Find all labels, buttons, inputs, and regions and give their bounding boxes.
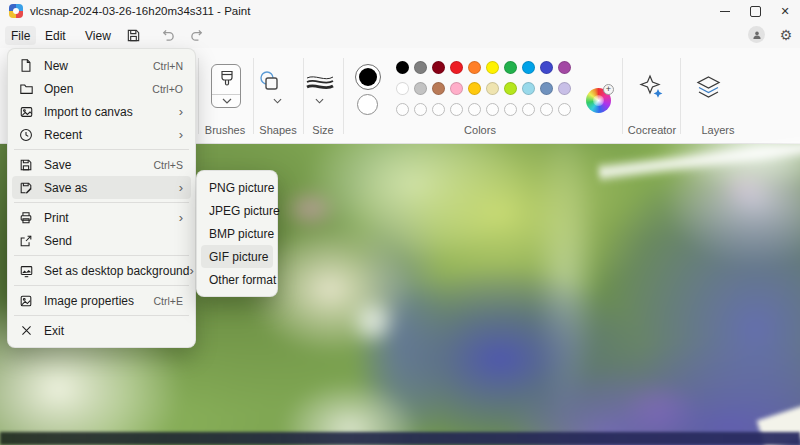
- open-folder-icon: [18, 81, 34, 97]
- close-button[interactable]: ✕: [770, 0, 800, 23]
- color-swatch[interactable]: [450, 61, 463, 74]
- chevron-right-icon: ›: [179, 105, 183, 118]
- menubar: File Edit View ⚙: [0, 23, 800, 48]
- menu-separator: [14, 255, 189, 256]
- share-icon: [18, 233, 34, 249]
- submenu-item-bmp[interactable]: BMP picture: [201, 222, 273, 245]
- toolbar-separator: [680, 58, 681, 134]
- import-to-canvas-icon: [18, 104, 34, 120]
- menu-separator: [14, 202, 189, 203]
- layers-label: Layers: [673, 124, 763, 136]
- toolbar-separator: [303, 58, 304, 134]
- menu-item-image-properties[interactable]: Image properties Ctrl+E: [12, 289, 191, 312]
- color-swatch[interactable]: [504, 61, 517, 74]
- color-swatch[interactable]: [540, 82, 553, 95]
- color-swatch[interactable]: [432, 82, 445, 95]
- save-as-icon: [18, 180, 34, 196]
- paint-app-icon: [9, 4, 23, 18]
- empty-color-slot[interactable]: [468, 103, 481, 116]
- desktop-background-icon: [18, 263, 34, 279]
- color-swatch[interactable]: [414, 82, 427, 95]
- photo-dark-edge: [0, 432, 800, 445]
- plus-icon: +: [603, 84, 614, 95]
- color-swatch[interactable]: [450, 82, 463, 95]
- color-palette: [396, 61, 571, 116]
- color-swatch[interactable]: [414, 61, 427, 74]
- save-as-submenu: PNG picture JPEG picture BMP picture GIF…: [196, 170, 278, 297]
- titlebar: vlcsnap-2024-03-26-16h20m34s311 - Paint …: [0, 0, 800, 23]
- toolbar-separator: [198, 58, 199, 134]
- palette-row-2: [396, 82, 571, 95]
- empty-color-slot[interactable]: [396, 103, 409, 116]
- chevron-right-icon: ›: [189, 264, 193, 277]
- color-swatch[interactable]: [558, 61, 571, 74]
- layers-button[interactable]: [695, 74, 722, 101]
- menu-item-send[interactable]: Send: [12, 229, 191, 252]
- color1-selected[interactable]: [355, 64, 381, 90]
- save-icon: [18, 157, 34, 173]
- toolbar-separator: [343, 58, 344, 134]
- menu-item-exit[interactable]: Exit: [12, 319, 191, 342]
- empty-color-slot[interactable]: [522, 103, 535, 116]
- menu-item-import-to-canvas[interactable]: Import to canvas ›: [12, 100, 191, 123]
- color-swatch[interactable]: [540, 61, 553, 74]
- save-icon[interactable]: [122, 25, 144, 45]
- redo-icon: [186, 25, 208, 45]
- empty-color-slot[interactable]: [450, 103, 463, 116]
- empty-color-slot[interactable]: [414, 103, 427, 116]
- clock-icon: [18, 127, 34, 143]
- color-swatch[interactable]: [522, 82, 535, 95]
- menu-item-print[interactable]: Print ›: [12, 206, 191, 229]
- minimize-button[interactable]: [710, 0, 740, 23]
- settings-gear-icon[interactable]: ⚙: [777, 26, 795, 44]
- menu-item-new[interactable]: New Ctrl+N: [12, 54, 191, 77]
- color-swatch[interactable]: [486, 82, 499, 95]
- menu-file[interactable]: File: [5, 26, 36, 45]
- submenu-item-gif[interactable]: GIF picture: [201, 245, 273, 268]
- color-swatch[interactable]: [468, 82, 481, 95]
- chevron-right-icon: ›: [179, 128, 183, 141]
- shapes-button[interactable]: [257, 70, 283, 94]
- menu-item-recent[interactable]: Recent ›: [12, 123, 191, 146]
- cocreator-button[interactable]: [639, 74, 665, 100]
- empty-color-slot[interactable]: [432, 103, 445, 116]
- menu-item-set-as-desktop-background[interactable]: Set as desktop background ›: [12, 259, 191, 282]
- menu-separator: [14, 285, 189, 286]
- empty-color-slot[interactable]: [540, 103, 553, 116]
- chevron-down-icon[interactable]: [273, 98, 282, 104]
- edit-colors-button[interactable]: +: [586, 88, 611, 113]
- undo-icon: [156, 25, 178, 45]
- color-swatch[interactable]: [468, 61, 481, 74]
- chevron-right-icon: ›: [179, 211, 183, 224]
- color-swatch[interactable]: [504, 82, 517, 95]
- maximize-button[interactable]: [740, 0, 770, 23]
- submenu-item-other-format[interactable]: Other format: [201, 268, 273, 291]
- menu-edit[interactable]: Edit: [39, 26, 72, 45]
- colors-label: Colors: [435, 124, 525, 136]
- account-avatar-icon[interactable]: [748, 26, 765, 43]
- chevron-right-icon: ›: [179, 181, 183, 194]
- menu-item-open[interactable]: Open Ctrl+O: [12, 77, 191, 100]
- size-button[interactable]: [305, 74, 335, 92]
- empty-color-slot[interactable]: [504, 103, 517, 116]
- toolbar-separator: [253, 58, 254, 134]
- brushes-button[interactable]: [211, 64, 241, 108]
- menu-item-save-as[interactable]: Save as ›: [12, 176, 191, 199]
- color-swatch[interactable]: [486, 61, 499, 74]
- menu-separator: [14, 149, 189, 150]
- color-swatch[interactable]: [558, 82, 571, 95]
- menu-item-save[interactable]: Save Ctrl+S: [12, 153, 191, 176]
- submenu-item-jpeg[interactable]: JPEG picture: [201, 199, 273, 222]
- color2[interactable]: [357, 94, 378, 115]
- empty-color-slot[interactable]: [558, 103, 571, 116]
- color-swatch[interactable]: [396, 61, 409, 74]
- empty-color-slot[interactable]: [486, 103, 499, 116]
- menu-view[interactable]: View: [79, 26, 117, 45]
- color-swatch[interactable]: [396, 82, 409, 95]
- chevron-down-icon[interactable]: [315, 98, 324, 104]
- image-properties-icon: [18, 293, 34, 309]
- color-swatch[interactable]: [522, 61, 535, 74]
- window-title: vlcsnap-2024-03-26-16h20m34s311 - Paint: [30, 5, 250, 17]
- color-swatch[interactable]: [432, 61, 445, 74]
- submenu-item-png[interactable]: PNG picture: [201, 176, 273, 199]
